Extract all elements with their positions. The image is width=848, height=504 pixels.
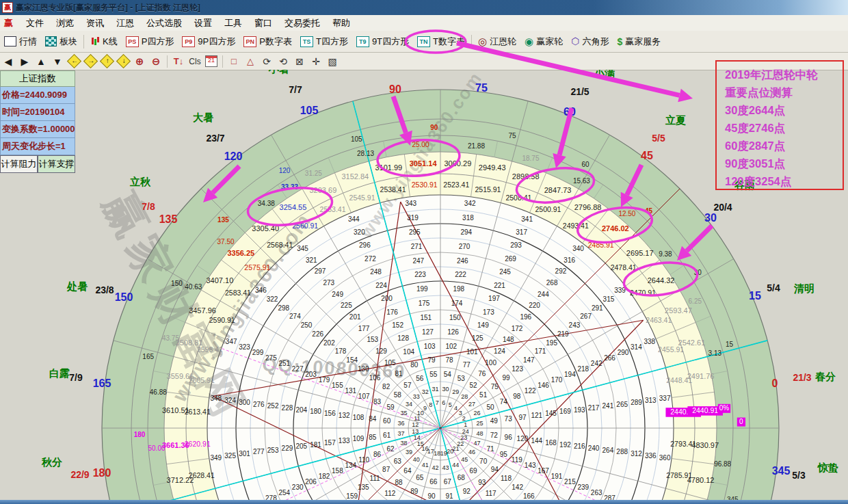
wheel-number: 244: [538, 291, 549, 298]
index-info-panel: 上证指数 价格=2440.9099时间=20190104变换系数=1.00000…: [0, 70, 75, 173]
shift-right-button[interactable]: →: [83, 54, 98, 68]
wheel-number: 86: [373, 451, 382, 458]
calc-support-button[interactable]: 计算支撑: [38, 155, 75, 173]
wheel-number: 3000.29: [444, 159, 471, 168]
wheel-number: 102: [445, 343, 457, 350]
menu-item-9[interactable]: 帮助: [326, 16, 356, 31]
wheel-number: 6.25: [689, 297, 702, 305]
wheel-number: 216: [574, 442, 585, 450]
wheel-number: 42: [432, 464, 438, 471]
outer-degree-label: 180: [93, 467, 111, 479]
draw-square-button[interactable]: □: [226, 54, 241, 68]
wheel-number: 360: [659, 454, 671, 462]
rotate-ccw-button[interactable]: ⟲: [276, 54, 291, 68]
wheel-number: 95: [500, 451, 508, 458]
draw-triangle-button[interactable]: △: [243, 54, 258, 68]
toolbar-button-行情[interactable]: 行情: [0, 34, 41, 49]
wheel-number: 340: [572, 245, 584, 252]
select-region-button[interactable]: ▧: [325, 54, 340, 68]
toolbar-button-T数字表[interactable]: TNT数字表: [413, 34, 469, 49]
cls-button[interactable]: Cls: [187, 54, 202, 68]
wheel-number: 33.33: [281, 183, 298, 191]
wheel-number: 3661.36: [162, 441, 189, 449]
shift-left-button[interactable]: ←: [66, 54, 81, 68]
wheel-number: 3610.51: [162, 406, 189, 414]
wheel-number: 2478.41: [611, 263, 637, 271]
wheel-number: 15.63: [573, 177, 590, 185]
rotate-cw-button[interactable]: ⟳: [259, 54, 274, 68]
wheel-number: 314: [631, 343, 642, 351]
delete-box-button[interactable]: ⊠: [292, 54, 307, 68]
menu-item-1[interactable]: 浏览: [50, 16, 80, 31]
wheel-number: 171: [535, 347, 546, 355]
t-down-button[interactable]: T↓: [171, 54, 186, 68]
wheel-number: 123: [512, 365, 523, 373]
toolbar-button-赢家服务[interactable]: $赢家服务: [613, 34, 665, 49]
toolbar-button-六角形[interactable]: ⬡六角形: [567, 34, 613, 49]
calc-resistance-button[interactable]: 计算阻力: [0, 155, 38, 173]
wheel-number: 2: [462, 415, 466, 422]
calendar-button[interactable]: 21: [204, 54, 219, 68]
date-label: 7/9: [69, 372, 83, 383]
wheel-number: 3101.99: [375, 163, 402, 172]
toolbar-button-9T四方形[interactable]: T99T四方形: [352, 34, 413, 49]
wheel-number: 243: [569, 321, 581, 329]
menu-item-2[interactable]: 资讯: [80, 16, 110, 31]
wheel-number: 53: [458, 375, 466, 382]
outer-degree-label: 15: [749, 290, 761, 302]
annotation-note-box: 2019年江恩轮中轮重要点位测算30度2644点45度2746点60度2847点…: [715, 60, 844, 190]
toolbar-button-赢家轮[interactable]: ◉赢家轮: [520, 34, 567, 49]
solar-term-label: 春分: [814, 371, 836, 382]
toolbar-button-江恩轮[interactable]: ◎江恩轮: [474, 34, 520, 49]
menu-item-4[interactable]: 公式选股: [140, 16, 188, 31]
wheel-number: 152: [392, 321, 403, 329]
zoom-out-button[interactable]: ⊖: [148, 54, 163, 68]
shift-down-button[interactable]: ↓: [116, 54, 131, 68]
shift-up-button[interactable]: ↑: [99, 54, 114, 68]
wheel-number: 9.38: [659, 250, 672, 258]
menu-item-0[interactable]: 文件: [20, 16, 50, 31]
wheel-number: 313: [645, 397, 657, 404]
wheel-number: 52: [470, 382, 478, 389]
menu-item-6[interactable]: 工具: [218, 16, 248, 31]
wheel-number: 3254.55: [280, 203, 307, 211]
wheel-number: 339: [614, 287, 626, 294]
menu-item-3[interactable]: 江恩: [110, 16, 140, 31]
wheel-number: 312: [631, 450, 642, 457]
wheel-number: 51: [479, 391, 488, 399]
toolbar-button-P数字表[interactable]: PNP数字表: [239, 34, 296, 49]
menu-item-5[interactable]: 设置: [188, 16, 218, 31]
wheel-number: 64: [403, 467, 412, 475]
wheel-number: 79: [427, 356, 436, 364]
wheel-number: 205: [295, 442, 307, 450]
nav-up-icon: ▲: [36, 56, 46, 67]
toolbar-button-K线[interactable]: K线: [86, 34, 122, 49]
wheel-number: 3508.81: [176, 339, 203, 347]
wheel-number: 41: [422, 462, 429, 468]
panel-row-1: 时间=20190104: [0, 104, 75, 121]
solar-term-label: 白露: [49, 367, 70, 379]
zoom-in-button[interactable]: ⊕: [132, 54, 147, 68]
wheel-number: 60: [581, 161, 589, 168]
toolbar-button-9P四方形[interactable]: P99P四方形: [178, 34, 239, 49]
move-tool-button[interactable]: ✛: [308, 54, 323, 68]
nav-right-button[interactable]: ▶: [17, 54, 32, 68]
wheel-number: 47: [474, 440, 481, 447]
toolbar-button-T四方形[interactable]: TST四方形: [296, 34, 352, 49]
outer-degree-label: 135: [159, 213, 178, 225]
wheel-number: 4830.97: [691, 441, 719, 449]
wheel-number: 347: [226, 338, 237, 345]
toolbar-button-P四方形[interactable]: PSP四方形: [122, 34, 178, 49]
outer-degree-label: 150: [115, 291, 133, 303]
nav-left-button[interactable]: ◀: [1, 54, 16, 68]
wheel-number: 264: [602, 447, 614, 454]
menu-item-8[interactable]: 交易委托: [278, 16, 326, 31]
wheel-number: 31: [432, 386, 438, 393]
nav-down-button[interactable]: ▼: [50, 54, 65, 68]
outer-degree-label: 30: [704, 212, 717, 224]
toolbar-button-板块[interactable]: 板块: [41, 34, 81, 49]
wheel-number: 37: [397, 430, 404, 437]
menu-item-7[interactable]: 窗口: [248, 16, 278, 31]
nav-up-button[interactable]: ▲: [34, 54, 49, 68]
wheel-number: 301: [239, 450, 250, 457]
